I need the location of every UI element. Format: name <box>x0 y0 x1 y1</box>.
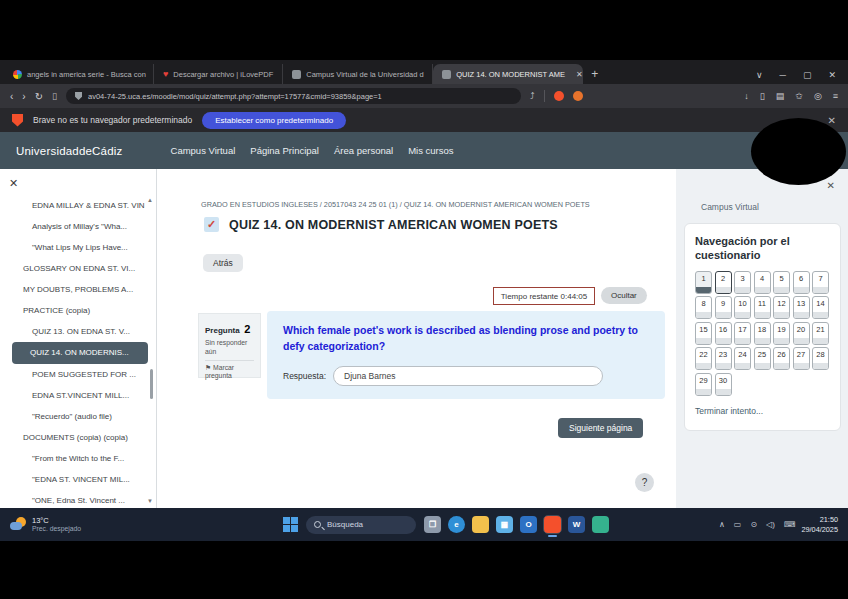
question-nav-button[interactable]: 29 <box>695 373 712 396</box>
site-nav-link[interactable]: Página Principal <box>250 145 319 156</box>
favorites-icon[interactable]: ✩ <box>795 91 803 101</box>
question-nav-button[interactable]: 10 <box>734 296 751 319</box>
course-index-item[interactable]: DOCUMENTS (copia) (copia) <box>0 427 156 448</box>
scroll-up-icon[interactable]: ▲ <box>147 197 153 203</box>
weather-widget[interactable]: 13°C Prec. despejado <box>10 516 81 534</box>
course-index-item[interactable]: "What Lips My Lips Have... <box>0 237 156 258</box>
minimize-icon[interactable]: ─ <box>780 70 786 80</box>
site-nav-link[interactable]: Campus Virtual <box>171 145 236 156</box>
scroll-down-icon[interactable]: ▼ <box>147 498 153 504</box>
question-nav-button[interactable]: 30 <box>715 373 732 396</box>
hide-timer-button[interactable]: Ocultar <box>601 287 647 304</box>
tab-close-icon[interactable]: ✕ <box>576 70 583 79</box>
course-index-item[interactable]: Analysis of Millay's "Wha... <box>0 216 156 237</box>
url-text[interactable]: av04-74-25.uca.es/moodle/mod/quiz/attemp… <box>88 92 382 101</box>
tray-volume-icon[interactable]: ◁) <box>766 520 775 529</box>
breadcrumb[interactable]: GRADO EN ESTUDIOS INGLESES / 20517043 24… <box>201 200 590 209</box>
taskbar-search[interactable]: Búsqueda <box>306 516 416 534</box>
course-index-item[interactable]: PRACTICE (copia) <box>0 300 156 321</box>
forward-icon[interactable]: › <box>22 91 25 102</box>
course-index-item[interactable]: EDNA MILLAY & EDNA ST. VIN <box>0 195 156 216</box>
site-nav-link[interactable]: Área personal <box>334 145 393 156</box>
edge-icon[interactable]: e <box>448 516 465 533</box>
question-nav-button[interactable]: 26 <box>773 347 790 370</box>
share-icon[interactable]: ⤴ <box>530 91 535 101</box>
taskbar-clock[interactable]: 21:50 29/04/2025 <box>801 515 838 535</box>
drawer-scrollbar[interactable] <box>150 369 153 399</box>
next-page-button[interactable]: Siguiente página <box>558 418 643 438</box>
task-view-icon[interactable]: ❐ <box>424 516 441 533</box>
site-nav-link[interactable]: Mis cursos <box>408 145 453 156</box>
course-index-item[interactable]: QUIZ 14. ON MODERNIS... <box>12 342 148 364</box>
browser-tab[interactable]: QUIZ 14. ON MODERNIST AME✕ <box>433 64 583 84</box>
drawer-close-icon[interactable]: ✕ <box>9 177 18 190</box>
brave-icon[interactable] <box>544 516 561 533</box>
word-icon[interactable]: W <box>568 516 585 533</box>
tray-chevron-up-icon[interactable]: ∧ <box>719 520 725 529</box>
split-screen-icon[interactable]: ▯ <box>760 91 765 101</box>
brave-extension-icon[interactable] <box>554 91 564 101</box>
question-nav-button[interactable]: 12 <box>773 296 790 319</box>
course-index-item[interactable]: EDNA ST.VINCENT MILL... <box>0 385 156 406</box>
question-nav-button[interactable]: 4 <box>754 271 771 294</box>
question-nav-button[interactable]: 15 <box>695 322 712 345</box>
question-nav-button[interactable]: 22 <box>695 347 712 370</box>
question-nav-button[interactable]: 11 <box>754 296 771 319</box>
browser-tab[interactable]: angels in america serie - Busca con <box>4 64 154 84</box>
question-nav-button[interactable]: 1 <box>695 271 712 294</box>
back-icon[interactable]: ‹ <box>10 91 13 102</box>
browser-tab[interactable]: Campus Virtual de la Universidad d <box>283 64 433 84</box>
address-bar[interactable]: av04-74-25.uca.es/moodle/mod/quiz/attemp… <box>66 88 521 104</box>
question-nav-button[interactable]: 18 <box>754 322 771 345</box>
question-nav-button[interactable]: 13 <box>793 296 810 319</box>
campus-virtual-link[interactable]: Campus Virtual <box>701 202 759 212</box>
university-logo[interactable]: UniversidaddeCádiz <box>16 145 123 157</box>
bookmark-icon[interactable]: ▯ <box>52 91 57 101</box>
store-icon[interactable]: ▦ <box>496 516 513 533</box>
course-index-item[interactable]: "Recuerdo" (audio file) <box>0 406 156 427</box>
outlook-icon[interactable]: O <box>520 516 537 533</box>
course-index-item[interactable]: MY DOUBTS, PROBLEMS A... <box>0 279 156 300</box>
tab-search-icon[interactable]: ∨ <box>756 70 763 80</box>
course-index-item[interactable]: POEM SUGGESTED FOR ... <box>0 364 156 385</box>
browser-essentials-icon[interactable]: ◎ <box>814 91 822 101</box>
question-nav-button[interactable]: 20 <box>793 322 810 345</box>
question-nav-button[interactable]: 25 <box>754 347 771 370</box>
answer-input[interactable] <box>333 366 603 386</box>
green-app-icon[interactable] <box>592 516 609 533</box>
menu-icon[interactable]: ≡ <box>833 91 838 101</box>
help-button[interactable]: ? <box>635 473 654 492</box>
question-nav-button[interactable]: 28 <box>812 347 829 370</box>
question-nav-button[interactable]: 17 <box>734 322 751 345</box>
question-nav-button[interactable]: 7 <box>812 271 829 294</box>
question-nav-button[interactable]: 3 <box>734 271 751 294</box>
question-nav-button[interactable]: 2 <box>715 271 732 294</box>
question-nav-button[interactable]: 5 <box>773 271 790 294</box>
course-index-item[interactable]: "From the Witch to the F... <box>0 448 156 469</box>
tray-keyboard-icon[interactable]: ⌨ <box>784 520 796 529</box>
set-default-button[interactable]: Establecer como predeterminado <box>202 112 346 129</box>
back-button[interactable]: Atrás <box>203 254 243 272</box>
question-nav-button[interactable]: 16 <box>715 322 732 345</box>
question-nav-button[interactable]: 27 <box>793 347 810 370</box>
browser-tab[interactable]: ♥ Descargar archivo | iLovePDF <box>154 64 283 84</box>
flag-question-link[interactable]: ⚑ Marcar pregunta <box>205 364 254 382</box>
tray-device-icon[interactable]: ▭ <box>734 520 742 529</box>
download-icon[interactable]: ↓ <box>744 91 749 101</box>
site-security-icon[interactable] <box>75 92 82 100</box>
course-index-item[interactable]: "ONE, Edna St. Vincent ... <box>0 490 156 508</box>
sidebar-close-icon[interactable]: ✕ <box>827 180 835 191</box>
question-nav-button[interactable]: 6 <box>793 271 810 294</box>
maximize-icon[interactable]: ▢ <box>803 70 812 80</box>
file-explorer-icon[interactable] <box>472 516 489 533</box>
extension-icon[interactable] <box>573 91 583 101</box>
question-nav-button[interactable]: 24 <box>734 347 751 370</box>
question-nav-button[interactable]: 21 <box>812 322 829 345</box>
question-nav-button[interactable]: 14 <box>812 296 829 319</box>
reload-icon[interactable]: ↻ <box>35 91 43 102</box>
course-index-item[interactable]: QUIZ 13. ON EDNA ST. V... <box>0 321 156 342</box>
notification-close-icon[interactable]: ✕ <box>828 115 836 126</box>
course-index-item[interactable]: GLOSSARY ON EDNA ST. VI... <box>0 258 156 279</box>
finish-attempt-link[interactable]: Terminar intento... <box>695 406 763 416</box>
new-tab-button[interactable]: + <box>591 67 598 81</box>
